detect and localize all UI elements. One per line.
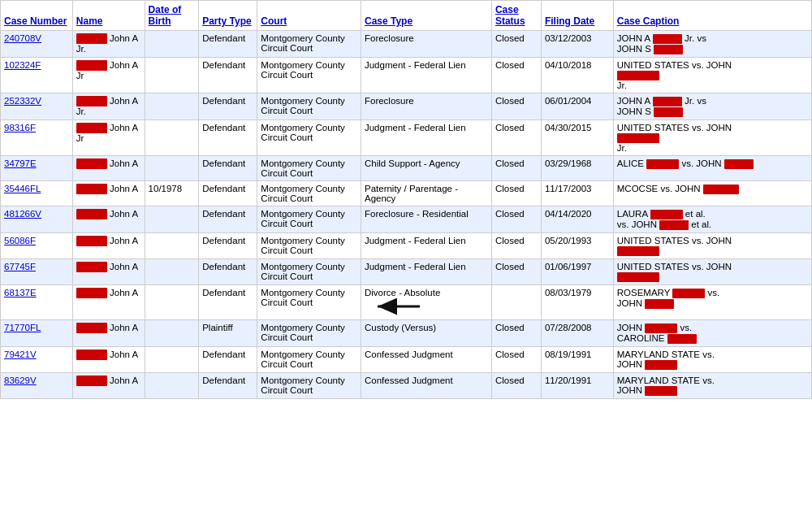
- case-type-cell: Paternity / Parentage - Agency: [361, 180, 491, 206]
- court-cell: Montgomery County Circuit Court: [257, 372, 361, 398]
- case-status-cell: [491, 284, 541, 319]
- dob-cell: [145, 346, 199, 372]
- filing-date-cell: 04/14/2020: [541, 206, 613, 232]
- dob-cell: [145, 155, 199, 180]
- party-type-cell: Defendant: [199, 57, 257, 93]
- case-number-link[interactable]: 252332V: [4, 96, 41, 106]
- case-number-link[interactable]: 98316F: [4, 123, 36, 132]
- party-type-cell: Plaintiff: [199, 319, 257, 346]
- table-row: 67745F John ADefendantMontgomery County …: [1, 258, 812, 284]
- case-caption-cell: UNITED STATES vs. JOHN Jr.: [613, 119, 811, 155]
- court-cell: Montgomery County Circuit Court: [257, 346, 361, 372]
- dob-cell: 10/1978: [145, 180, 199, 206]
- filing-date-cell: 05/20/1993: [541, 232, 613, 258]
- col-header-filing-date[interactable]: Filing Date: [541, 1, 613, 31]
- name-cell: John A Jr.: [72, 93, 145, 119]
- case-number-link[interactable]: 102324F: [4, 60, 41, 70]
- case-status-cell: Closed: [491, 232, 541, 258]
- court-cell: Montgomery County Circuit Court: [257, 31, 361, 58]
- col-header-case-number[interactable]: Case Number: [1, 1, 73, 31]
- party-type-cell: Defendant: [199, 372, 257, 398]
- case-number-cell: 252332V: [1, 93, 73, 119]
- party-type-cell: Defendant: [199, 346, 257, 372]
- filing-date-cell: 11/17/2003: [541, 180, 613, 206]
- case-type-cell: Confessed Judgment: [361, 372, 491, 398]
- arrow-icon: [371, 297, 420, 317]
- case-number-link[interactable]: 71770FL: [4, 323, 41, 332]
- name-cell: John A: [72, 284, 145, 319]
- case-status-cell: Closed: [491, 372, 541, 398]
- name-cell: John A: [72, 206, 145, 232]
- case-number-link[interactable]: 240708V: [4, 33, 41, 43]
- table-row: 56086F John ADefendantMontgomery County …: [1, 232, 812, 258]
- case-number-link[interactable]: 481266V: [4, 209, 41, 219]
- case-caption-cell: JOHN A Jr. vsJOHN S: [613, 31, 811, 58]
- case-number-link[interactable]: 35446FL: [4, 184, 41, 193]
- case-number-link[interactable]: 79421V: [4, 350, 37, 359]
- court-cell: Montgomery County Circuit Court: [257, 232, 361, 258]
- case-caption-cell: ROSEMARY vs.JOHN: [613, 284, 811, 319]
- col-header-name[interactable]: Name: [72, 1, 145, 31]
- name-cell: John A Jr.: [72, 31, 145, 58]
- court-cell: Montgomery County Circuit Court: [257, 119, 361, 155]
- party-type-cell: Defendant: [199, 232, 257, 258]
- col-header-case-type[interactable]: Case Type: [361, 1, 491, 31]
- dob-cell: [145, 284, 199, 319]
- filing-date-cell: 08/19/1991: [541, 346, 613, 372]
- table-row: 481266V John ADefendantMontgomery County…: [1, 206, 812, 232]
- case-number-link[interactable]: 34797E: [4, 158, 37, 168]
- case-status-cell: Closed: [491, 258, 541, 284]
- col-header-case-status[interactable]: Case Status: [491, 1, 541, 31]
- case-type-cell: Custody (Versus): [361, 319, 491, 346]
- party-type-cell: Defendant: [199, 180, 257, 206]
- court-cell: Montgomery County Circuit Court: [257, 93, 361, 119]
- case-type-cell: Judgment - Federal Lien: [361, 258, 491, 284]
- col-header-party-type[interactable]: Party Type: [199, 1, 257, 31]
- case-number-cell: 79421V: [1, 346, 73, 372]
- party-type-cell: Defendant: [199, 284, 257, 319]
- case-type-cell: Judgment - Federal Lien: [361, 232, 491, 258]
- dob-cell: [145, 93, 199, 119]
- dob-cell: [145, 232, 199, 258]
- col-header-dob[interactable]: Date of Birth: [145, 1, 199, 31]
- party-type-cell: Defendant: [199, 31, 257, 58]
- name-cell: John A Jr: [72, 119, 145, 155]
- court-cell: Montgomery County Circuit Court: [257, 258, 361, 284]
- case-number-cell: 68137E: [1, 284, 73, 319]
- name-cell: John A Jr: [72, 57, 145, 93]
- party-type-cell: Defendant: [199, 119, 257, 155]
- case-number-cell: 98316F: [1, 119, 73, 155]
- court-cell: Montgomery County Circuit Court: [257, 155, 361, 180]
- case-status-cell: Closed: [491, 346, 541, 372]
- filing-date-cell: 01/06/1997: [541, 258, 613, 284]
- case-number-link[interactable]: 68137E: [4, 288, 37, 297]
- dob-cell: [145, 258, 199, 284]
- party-type-cell: Defendant: [199, 93, 257, 119]
- dob-cell: [145, 57, 199, 93]
- dob-cell: [145, 31, 199, 58]
- case-number-cell: 35446FL: [1, 180, 73, 206]
- case-number-cell: 102324F: [1, 57, 73, 93]
- name-cell: John A: [72, 232, 145, 258]
- filing-date-cell: 07/28/2008: [541, 319, 613, 346]
- case-status-cell: Closed: [491, 31, 541, 58]
- case-caption-cell: MARYLAND STATE vs.JOHN: [613, 346, 811, 372]
- dob-cell: [145, 206, 199, 232]
- case-number-link[interactable]: 67745F: [4, 262, 36, 271]
- case-type-cell: Foreclosure - Residential: [361, 206, 491, 232]
- case-number-cell: 240708V: [1, 31, 73, 58]
- col-header-court[interactable]: Court: [257, 1, 361, 31]
- case-number-cell: 56086F: [1, 232, 73, 258]
- case-number-cell: 83629V: [1, 372, 73, 398]
- case-number-cell: 67745F: [1, 258, 73, 284]
- case-number-link[interactable]: 56086F: [4, 236, 36, 245]
- case-caption-cell: ALICE vs. JOHN: [613, 155, 811, 180]
- case-status-cell: Closed: [491, 206, 541, 232]
- col-header-case-caption[interactable]: Case Caption: [613, 1, 811, 31]
- filing-date-cell: 08/03/1979: [541, 284, 613, 319]
- dob-cell: [145, 372, 199, 398]
- case-number-link[interactable]: 83629V: [4, 376, 37, 385]
- case-status-cell: Closed: [491, 319, 541, 346]
- case-caption-cell: UNITED STATES vs. JOHN: [613, 258, 811, 284]
- case-number-cell: 481266V: [1, 206, 73, 232]
